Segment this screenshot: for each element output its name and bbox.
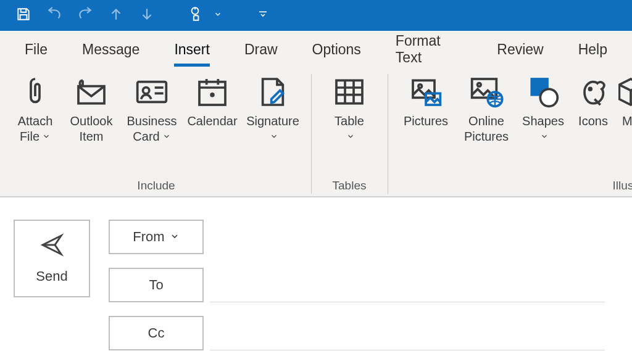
- tab-insert[interactable]: Insert: [157, 38, 227, 62]
- online-pictures-button[interactable]: Online Pictures: [458, 72, 515, 179]
- to-input[interactable]: [210, 301, 605, 302]
- tab-label: Message: [82, 41, 139, 57]
- arrow-up-icon: [108, 6, 124, 25]
- tab-file[interactable]: File: [7, 38, 65, 62]
- business-card-button[interactable]: Business Card: [123, 72, 180, 179]
- to-button[interactable]: To: [109, 268, 204, 302]
- online-pictures-icon: [469, 75, 504, 112]
- cc-label: Cc: [148, 325, 165, 341]
- button-label: Table: [335, 114, 364, 129]
- button-label: Outlook: [70, 114, 113, 129]
- chevron-down-icon: [540, 129, 549, 144]
- tab-label: Help: [578, 41, 607, 57]
- ribbon-group-illustrations: Pictures Online Pictures Shapes: [388, 72, 632, 196]
- tab-help[interactable]: Help: [561, 38, 625, 62]
- svg-point-5: [211, 94, 214, 96]
- touch-mode-button[interactable]: [183, 3, 207, 28]
- tab-message[interactable]: Message: [65, 38, 157, 62]
- tab-label: File: [25, 41, 48, 57]
- outlook-item-icon: [74, 75, 109, 112]
- tab-label: Insert: [174, 41, 210, 57]
- button-label: Attach: [18, 114, 53, 129]
- ribbon-group-label: Tables: [333, 179, 367, 196]
- tab-format-text[interactable]: Format Text: [378, 29, 480, 70]
- outlook-item-button[interactable]: Outlook Item: [63, 72, 120, 179]
- ribbon-group-label: Illustr: [613, 179, 632, 196]
- previous-item-button[interactable]: [104, 3, 128, 28]
- signature-button[interactable]: Signature: [244, 72, 301, 179]
- button-label: Signature: [246, 114, 299, 129]
- 3d-models-button[interactable]: Mo: [618, 72, 632, 179]
- ribbon-group-label: Include: [137, 179, 175, 196]
- tab-options[interactable]: Options: [295, 38, 378, 62]
- from-label: From: [133, 229, 164, 245]
- svg-point-3: [143, 88, 149, 94]
- redo-button[interactable]: [73, 3, 98, 28]
- customize-qat-button[interactable]: [251, 3, 275, 28]
- save-button[interactable]: [11, 3, 36, 28]
- ribbon-group-tables: Table Tables: [311, 72, 388, 196]
- chevron-down-icon: [270, 129, 278, 144]
- tab-label: Review: [497, 41, 543, 57]
- cc-input[interactable]: [210, 349, 605, 350]
- ribbon-tabs: File Message Insert Draw Options Format …: [0, 31, 632, 68]
- touch-icon: [187, 6, 203, 25]
- table-icon: [332, 75, 367, 112]
- button-label: Icons: [578, 114, 608, 129]
- button-label: Card: [133, 130, 159, 143]
- redo-icon: [77, 6, 93, 25]
- send-icon: [40, 233, 64, 260]
- quick-access-toolbar: [0, 0, 632, 31]
- business-card-icon: [135, 75, 169, 112]
- tab-label: Draw: [244, 41, 278, 57]
- shapes-button[interactable]: Shapes: [518, 72, 568, 179]
- chevron-down-icon[interactable]: [214, 10, 222, 21]
- chevron-down-icon: [162, 129, 171, 144]
- svg-point-15: [589, 88, 591, 90]
- chevron-down-icon: [42, 129, 51, 144]
- button-label: Calendar: [187, 114, 237, 129]
- table-button[interactable]: Table: [321, 72, 378, 179]
- next-item-button[interactable]: [135, 3, 159, 28]
- button-label: Pictures: [404, 114, 448, 129]
- button-label: Mo: [622, 114, 632, 129]
- pictures-button[interactable]: Pictures: [397, 72, 454, 179]
- to-label: To: [149, 277, 163, 293]
- tab-draw[interactable]: Draw: [227, 38, 295, 62]
- svg-rect-6: [336, 80, 362, 103]
- arrow-down-icon: [139, 6, 155, 25]
- compose-area: Send From To Cc: [0, 197, 632, 350]
- save-icon: [15, 6, 31, 25]
- send-label: Send: [36, 268, 67, 284]
- icons-icon: [576, 75, 610, 112]
- send-button[interactable]: Send: [14, 220, 90, 297]
- tab-review[interactable]: Review: [480, 38, 560, 62]
- svg-point-14: [540, 89, 557, 106]
- undo-button[interactable]: [42, 3, 67, 28]
- svg-point-11: [478, 83, 481, 87]
- paperclip-icon: [18, 75, 52, 112]
- svg-point-8: [418, 85, 422, 88]
- attach-file-button[interactable]: Attach File: [11, 72, 59, 179]
- chevron-down-icon: [170, 229, 180, 245]
- button-label: Pictures: [464, 129, 509, 144]
- button-label: Business: [127, 114, 177, 129]
- button-label: File: [20, 130, 40, 143]
- undo-icon: [46, 6, 62, 25]
- icons-button[interactable]: Icons: [572, 72, 615, 179]
- from-button[interactable]: From: [109, 220, 204, 254]
- button-label: Item: [80, 129, 104, 144]
- tab-label: Options: [312, 41, 361, 57]
- calendar-button[interactable]: Calendar: [184, 72, 241, 179]
- customize-icon: [257, 9, 268, 22]
- shapes-icon: [526, 75, 560, 112]
- button-label: Online: [468, 114, 504, 129]
- cc-button[interactable]: Cc: [109, 316, 204, 350]
- signature-icon: [256, 75, 290, 112]
- ribbon-group-include: Attach File Outlook Item Business: [1, 72, 311, 196]
- chevron-down-icon: [346, 129, 355, 144]
- ribbon-body: Attach File Outlook Item Business: [0, 68, 632, 197]
- cube-icon: [618, 75, 632, 112]
- header-fields: From To Cc: [109, 220, 605, 350]
- button-label: Shapes: [522, 114, 564, 129]
